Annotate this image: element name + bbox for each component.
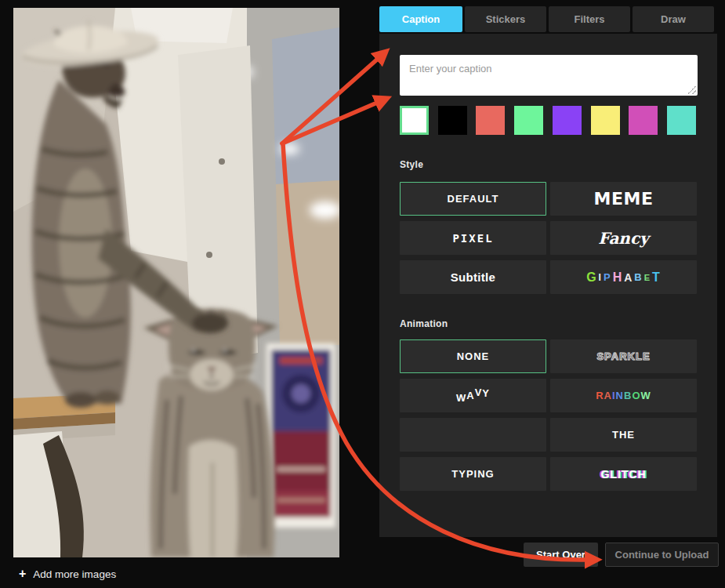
color-swatch[interactable]: [553, 106, 582, 135]
color-swatch[interactable]: [400, 106, 429, 135]
start-over-button[interactable]: Start Over: [524, 543, 598, 567]
animation-grid: NONE SPARKLE WAVY RAINBOW THE TYPING GLI…: [400, 339, 697, 491]
caption-input-wrapper: [400, 55, 698, 96]
animation-rainbow-button[interactable]: RAINBOW: [550, 379, 697, 412]
style-fancy-button[interactable]: Fancy: [550, 221, 697, 255]
style-default-button[interactable]: DEFAULT: [400, 182, 546, 216]
gif-editor: + Add more images Caption Stickers Filte…: [0, 0, 725, 588]
animation-sparkle-button[interactable]: SPARKLE: [550, 339, 697, 373]
cat-gif-illustration: [13, 8, 339, 557]
style-giphabet-button[interactable]: GIPHABET: [550, 260, 697, 294]
color-swatch[interactable]: [476, 106, 505, 135]
add-more-images-label: Add more images: [33, 568, 116, 580]
style-subtitle-button[interactable]: Subtitle: [400, 260, 546, 294]
animation-wavy-button[interactable]: WAVY: [400, 379, 546, 412]
plus-icon: +: [19, 568, 26, 580]
caption-input[interactable]: [400, 55, 698, 96]
caption-panel: Style DEFAULT MEME PIXEL Fancy Subtitle …: [379, 34, 717, 537]
color-swatch[interactable]: [591, 106, 620, 135]
color-swatches: [400, 106, 696, 135]
style-section-label: Style: [400, 159, 423, 170]
animation-glitch-button[interactable]: GLITCH: [550, 457, 697, 491]
continue-to-upload-button[interactable]: Continue to Upload: [605, 543, 719, 567]
add-more-images-button[interactable]: + Add more images: [19, 564, 116, 583]
style-meme-button[interactable]: MEME: [550, 182, 697, 216]
animation-section-label: Animation: [400, 318, 448, 329]
animation-blank-button[interactable]: [400, 418, 546, 452]
animation-none-button[interactable]: NONE: [400, 339, 546, 373]
style-grid: DEFAULT MEME PIXEL Fancy Subtitle GIPHAB…: [400, 182, 697, 294]
editor-tabs: Caption Stickers Filters Draw: [379, 6, 714, 32]
animation-typing-button[interactable]: TYPING: [400, 457, 546, 491]
color-swatch[interactable]: [438, 106, 467, 135]
animation-the-button[interactable]: THE: [550, 418, 697, 452]
tab-stickers[interactable]: Stickers: [465, 6, 546, 32]
tab-draw[interactable]: Draw: [633, 6, 714, 32]
tab-caption[interactable]: Caption: [379, 6, 462, 32]
style-pixel-button[interactable]: PIXEL: [400, 221, 546, 255]
gif-preview-image[interactable]: [13, 8, 339, 557]
tab-filters[interactable]: Filters: [549, 6, 630, 32]
color-swatch[interactable]: [514, 106, 543, 135]
color-swatch[interactable]: [629, 106, 658, 135]
color-swatch[interactable]: [667, 106, 696, 135]
